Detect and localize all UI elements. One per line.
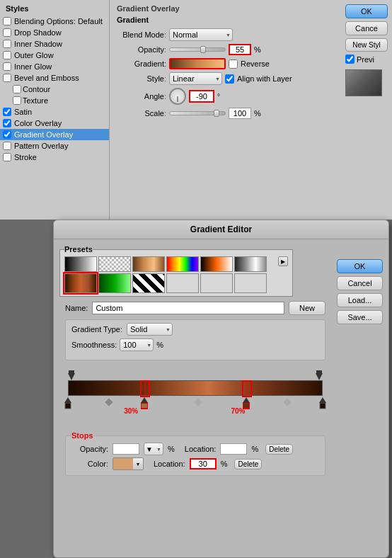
- sidebar-item-texture[interactable]: Texture: [0, 95, 109, 106]
- name-input[interactable]: [92, 302, 284, 314]
- blend-mode-select[interactable]: Normal: [169, 28, 233, 41]
- delete-opacity-stop-button[interactable]: Delete: [265, 444, 293, 455]
- color-swatch[interactable]: [113, 458, 133, 469]
- sidebar-item-stroke[interactable]: Stroke: [0, 152, 109, 163]
- right-buttons-area: OK Cance New Styl Previ: [345, 4, 388, 96]
- gradient-overlay-checkbox[interactable]: [3, 130, 11, 139]
- sidebar-item-bevel[interactable]: Bevel and Emboss: [0, 72, 109, 84]
- layer-preview-thumbnail: [345, 69, 382, 96]
- smoothness-select-wrapper[interactable]: 100: [120, 338, 154, 351]
- opacity-stops-row: Opacity: ▼ % Location: % Delete: [71, 443, 319, 455]
- pattern-overlay-checkbox[interactable]: [3, 142, 11, 150]
- angle-widget[interactable]: [169, 88, 186, 105]
- gradient-type-label: Gradient Type:: [71, 325, 122, 334]
- opacity-input[interactable]: [229, 44, 251, 55]
- texture-label: Texture: [23, 96, 48, 105]
- sidebar-item-satin[interactable]: Satin: [0, 106, 109, 118]
- gradient-load-button[interactable]: Load...: [337, 293, 383, 307]
- delete-color-stop-button[interactable]: Delete: [234, 459, 262, 469]
- angle-input[interactable]: [189, 90, 214, 103]
- inner-glow-checkbox[interactable]: [3, 62, 11, 71]
- preset-green[interactable]: [98, 273, 131, 293]
- color-location-input[interactable]: [190, 458, 217, 469]
- midpoint-diamond-2[interactable]: [194, 398, 202, 406]
- color-swatch-selector[interactable]: ▼: [113, 457, 144, 470]
- sidebar-item-contour[interactable]: Contour: [0, 84, 109, 95]
- new-gradient-button[interactable]: New: [289, 301, 325, 315]
- preset-6[interactable]: [234, 256, 267, 272]
- satin-checkbox[interactable]: [3, 108, 11, 116]
- align-layer-checkbox[interactable]: [225, 74, 234, 84]
- presets-menu-icon[interactable]: ▶: [278, 256, 288, 266]
- location-label-opacity: Location:: [185, 445, 217, 453]
- opacity-unit-select[interactable]: ▼: [144, 443, 163, 455]
- gradient-type-select[interactable]: Solid: [127, 323, 173, 336]
- stops-fieldset: Stops Opacity: ▼ % Location: %: [65, 431, 325, 476]
- gradient-type-select-wrapper[interactable]: Solid: [127, 323, 173, 336]
- smoothness-select[interactable]: 100: [120, 338, 154, 351]
- drop-shadow-checkbox[interactable]: [3, 28, 11, 37]
- texture-checkbox[interactable]: [13, 96, 21, 105]
- stop-line-70: [246, 381, 248, 395]
- location-opacity-input[interactable]: [220, 443, 247, 455]
- scale-label: Scale:: [117, 109, 166, 118]
- gradient-cancel-button[interactable]: Cancel: [337, 276, 383, 290]
- preset-copper[interactable]: [132, 256, 165, 272]
- sidebar-item-inner-shadow[interactable]: Inner Shadow: [0, 38, 109, 50]
- gradient-bar[interactable]: [68, 380, 323, 396]
- preset-stripe[interactable]: [132, 273, 165, 293]
- style-select[interactable]: Linear: [169, 72, 222, 85]
- preset-orange[interactable]: [200, 256, 233, 272]
- sidebar-item-drop-shadow[interactable]: Drop Shadow: [0, 27, 109, 38]
- blend-mode-label: Blend Mode:: [117, 30, 166, 39]
- blending-checkbox[interactable]: [3, 17, 11, 25]
- opacity-dropdown[interactable]: ▼: [144, 443, 163, 455]
- color-stops-label: Color:: [71, 460, 108, 468]
- color-overlay-checkbox[interactable]: [3, 119, 11, 127]
- gradient-editor-title: Gradient Editor: [54, 220, 388, 239]
- sidebar-item-gradient-overlay[interactable]: Gradient Overlay: [0, 129, 109, 140]
- scale-slider-track[interactable]: [169, 111, 226, 115]
- preset-rainbow[interactable]: [166, 256, 199, 272]
- sidebar-item-inner-glow[interactable]: Inner Glow: [0, 61, 109, 72]
- preview-row: Previ: [345, 55, 388, 64]
- ok-button[interactable]: OK: [345, 4, 388, 18]
- sidebar-item-pattern-overlay[interactable]: Pattern Overlay: [0, 140, 109, 152]
- bevel-checkbox[interactable]: [3, 74, 11, 82]
- preset-transparent[interactable]: [98, 256, 131, 272]
- inner-shadow-label: Inner Shadow: [14, 40, 62, 48]
- preset-selected[interactable]: [64, 273, 97, 293]
- opacity-stops-input[interactable]: [113, 443, 139, 455]
- outer-glow-checkbox[interactable]: [3, 51, 11, 59]
- scale-slider-thumb[interactable]: [214, 110, 219, 117]
- cancel-button[interactable]: Cance: [345, 21, 388, 35]
- preset-bw[interactable]: [64, 256, 97, 272]
- reverse-checkbox[interactable]: [229, 59, 238, 69]
- blend-mode-select-wrapper[interactable]: Normal: [169, 28, 233, 41]
- sidebar-item-outer-glow[interactable]: Outer Glow: [0, 50, 109, 61]
- gradient-swatch[interactable]: [169, 58, 226, 69]
- color-stop-left-edge[interactable]: [64, 397, 71, 411]
- scale-input[interactable]: [229, 108, 251, 119]
- midpoint-diamond-3[interactable]: [283, 398, 291, 406]
- gradient-save-button[interactable]: Save...: [337, 310, 383, 324]
- preview-checkbox[interactable]: [345, 55, 354, 64]
- pattern-overlay-label: Pattern Overlay: [14, 142, 68, 150]
- contour-checkbox[interactable]: [13, 85, 21, 93]
- stroke-checkbox[interactable]: [3, 153, 11, 161]
- opacity-slider-track[interactable]: [169, 47, 226, 52]
- color-stop-30[interactable]: [141, 397, 148, 411]
- opacity-slider-thumb[interactable]: [200, 46, 206, 53]
- blending-label: Blending Options: Default: [14, 17, 103, 25]
- sidebar-item-color-overlay[interactable]: Color Overlay: [0, 118, 109, 129]
- style-select-wrapper[interactable]: Linear: [169, 72, 222, 85]
- sidebar-item-blending[interactable]: Blending Options: Default: [0, 16, 109, 27]
- smoothness-row: Smoothness: 100 %: [71, 338, 319, 351]
- inner-shadow-checkbox[interactable]: [3, 40, 11, 48]
- gradient-ok-button[interactable]: OK: [337, 259, 383, 273]
- color-dropdown-arrow[interactable]: ▼: [133, 458, 143, 469]
- color-stop-right-edge[interactable]: [319, 397, 326, 411]
- midpoint-diamond-1[interactable]: [105, 398, 113, 406]
- new-style-button[interactable]: New Styl: [345, 38, 388, 52]
- stop-line-30: [144, 381, 146, 395]
